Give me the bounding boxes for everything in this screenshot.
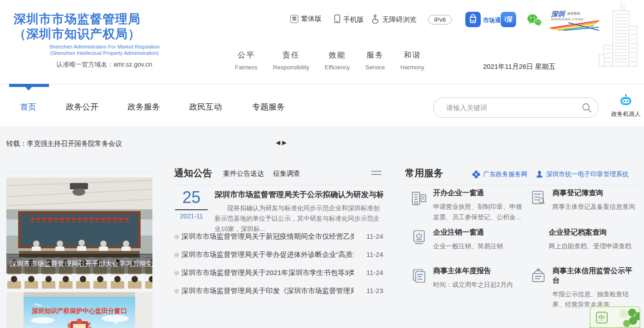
market-app-link[interactable]: 市场通 bbox=[465, 12, 501, 29]
notice-list-item[interactable]: ◎ 深圳市市场监督管理局关于2021年深圳市学生书包等3类产... 11-24 bbox=[174, 264, 383, 282]
sz-logo-zh: 深圳 bbox=[551, 10, 566, 18]
robot-icon bbox=[619, 94, 633, 107]
nav-item-home[interactable]: 首页 bbox=[20, 101, 36, 112]
market-app-icon bbox=[465, 12, 481, 29]
site-title-zh-1: 深圳市市场监督管理局 bbox=[14, 12, 213, 27]
search-icon bbox=[581, 102, 592, 113]
ticker-next-icon[interactable]: ▶ bbox=[282, 139, 288, 146]
value-zh: 和谐 bbox=[400, 50, 424, 60]
site-logo[interactable]: 深圳市市场监督管理局 （深圳市知识产权局） Shenzhen Administr… bbox=[14, 12, 213, 69]
service-title: 企业注销一窗通 bbox=[433, 228, 503, 237]
services-divider bbox=[405, 185, 637, 185]
featured-title: 深圳市市场监督管理局关于公示拟确认为研发与标... bbox=[215, 189, 383, 200]
carousel-divider bbox=[6, 171, 152, 172]
traditional-chinese-link[interactable]: 繁 繁体版 bbox=[290, 14, 322, 23]
mobile-version-link[interactable]: 手机版 bbox=[334, 14, 364, 25]
news-carousel: 深圳市市场监督管理局召开干部大会学习贯彻党的十... bbox=[6, 177, 152, 328]
main-navbar: 首页 政务公开 政务服务 政民互动 专题服务 政务机器人 bbox=[0, 84, 644, 126]
tab-case-announcements[interactable]: 案件公告送达 bbox=[223, 169, 264, 178]
notices-title: 通知公告 bbox=[174, 167, 212, 179]
search-box bbox=[433, 97, 599, 118]
signboard-icon bbox=[530, 267, 547, 286]
power-book-icon bbox=[410, 229, 428, 248]
notice-title: 深圳市市场监督管理局关于印发《深圳市市场监督管理局商... bbox=[181, 282, 354, 300]
service-desc: 商事主体登记及备案信息查询 bbox=[552, 202, 635, 212]
traditional-chinese-label: 繁体版 bbox=[301, 14, 322, 23]
guangdong-gov-portal-link[interactable]: 广东政务服务网 bbox=[472, 170, 527, 178]
service-desc: 企业一般注销、简易注销 bbox=[433, 241, 503, 251]
service-title: 商事主体信用监管公示平台 bbox=[552, 266, 637, 285]
value-efficiency: 效能 Efficiency bbox=[325, 50, 350, 71]
featured-date: 25 2021-11 bbox=[175, 188, 208, 220]
notices-more-button[interactable] bbox=[371, 169, 381, 177]
accessibility-link[interactable]: 无障碍浏览 bbox=[371, 14, 416, 25]
ticker-controls: ◀▶ bbox=[276, 139, 288, 146]
page: 深圳市市场监督管理局 （深圳市知识产权局） Shenzhen Administr… bbox=[0, 0, 644, 328]
wechat-icon[interactable] bbox=[526, 14, 542, 27]
widget-zhong-label: 中 bbox=[596, 312, 608, 323]
floating-widget[interactable]: 中 bbox=[590, 306, 640, 328]
notice-title: 深圳市市场监督管理局关于2021年深圳市学生书包等3类产... bbox=[181, 264, 354, 282]
ipv6-badge[interactable]: IPv6 bbox=[428, 15, 452, 24]
nav-item-services[interactable]: 政务服务 bbox=[127, 101, 160, 112]
traditional-chinese-icon: 繁 bbox=[290, 15, 298, 23]
notice-title: 深圳市市场监督管理局关于新冠疫情期间全市仅经营乙类非... bbox=[181, 227, 354, 246]
eseal-system-link[interactable]: 深圳市统一电子印章管理系统 bbox=[536, 170, 629, 178]
notice-title: 深圳市市场监督管理局关于举办促进体外诊断企业“高质量... bbox=[181, 246, 354, 264]
shenzhen-china-logo[interactable]: 深圳 政府在线 SHENZHEN CHINA bbox=[550, 9, 599, 31]
featured-notice[interactable]: 25 2021-11 深圳市市场监督管理局关于公示拟确认为研发与标... 现将拟… bbox=[174, 188, 383, 227]
sz-logo-en: SHENZHEN CHINA bbox=[551, 18, 584, 21]
active-tab-indicator-arrow bbox=[25, 87, 32, 91]
accessibility-icon bbox=[371, 14, 380, 25]
carousel-caption: 深圳市市场监督管理局召开干部大会学习贯彻党的十... bbox=[6, 254, 152, 274]
nav-item-interaction[interactable]: 政民互动 bbox=[189, 101, 222, 112]
notice-list-item[interactable]: ◎ 深圳市市场监督管理局关于新冠疫情期间全市仅经营乙类非... 11-24 bbox=[174, 227, 383, 246]
accessibility-label: 无障碍浏览 bbox=[382, 15, 416, 24]
tab-surveys[interactable]: 征集调查 bbox=[273, 169, 300, 178]
site-title-zh-2: （深圳市知识产权局） bbox=[14, 27, 213, 42]
value-service: 服务 Service bbox=[365, 50, 385, 71]
nav-item-special[interactable]: 专题服务 bbox=[252, 101, 285, 112]
clover-leaves-icon bbox=[610, 307, 640, 328]
service-title: 商事登记簿查询 bbox=[552, 188, 635, 198]
bullet-icon: ◎ bbox=[174, 264, 179, 282]
value-zh: 公平 bbox=[235, 50, 258, 60]
gov-robot-button[interactable]: 政务机器人 bbox=[609, 94, 643, 118]
notice-date: 11-23 bbox=[366, 282, 383, 300]
values-banner: 公平 Fairness 责任 Responsibility 效能 Efficie… bbox=[235, 50, 424, 71]
site-title-en-1: Shenzhen Administration For Market Regul… bbox=[14, 43, 195, 50]
doc-search-icon bbox=[530, 189, 547, 208]
bullet-icon: ◎ bbox=[174, 227, 179, 246]
current-date: 2021年11月26日 星期五 bbox=[483, 63, 556, 71]
value-zh: 服务 bbox=[365, 50, 385, 60]
service-desc: 时间：成立周年之日起2月内 bbox=[433, 280, 513, 290]
service-title: 商事主体年度报告 bbox=[433, 266, 513, 276]
notice-list-item[interactable]: ◎ 深圳市市场监督管理局关于举办促进体外诊断企业“高质量... 11-24 bbox=[174, 246, 383, 264]
unveiling-banner-line1: 深圳知识产权保护中心盐田分窗口 bbox=[31, 307, 127, 314]
news-ticker-link[interactable]: 转载：李克强主持召开国务院常务会议 bbox=[6, 140, 122, 148]
carousel-slide-meeting[interactable]: 深圳市市场监督管理局召开干部大会学习贯彻党的十... bbox=[6, 178, 152, 289]
search-input[interactable] bbox=[446, 104, 576, 111]
featured-day: 25 bbox=[175, 188, 208, 207]
notice-list-item[interactable]: ◎ 深圳市市场监督管理局关于印发《深圳市市场监督管理局商... 11-23 bbox=[174, 282, 383, 300]
ishenzhen-app-glyph: i深 bbox=[501, 12, 516, 27]
nav-item-public-info[interactable]: 政务公开 bbox=[66, 101, 98, 112]
site-header: 深圳市市场监督管理局 （深圳市知识产权局） Shenzhen Administr… bbox=[0, 0, 644, 84]
ishenzhen-app-icon[interactable]: i深 bbox=[501, 12, 516, 27]
featured-date-line bbox=[175, 209, 208, 210]
mobile-version-label: 手机版 bbox=[343, 15, 364, 24]
value-zh: 效能 bbox=[325, 50, 350, 60]
carousel-slide-unveiling[interactable]: 深圳知识产权保护中心盐田分窗口 揭牌仪式 bbox=[6, 292, 152, 328]
value-zh: 责任 bbox=[273, 50, 309, 60]
services-panel: 常用服务 广东政务服务网 深圳市统一电子印章管理系统 bbox=[405, 163, 637, 299]
building-sketch bbox=[596, 0, 644, 74]
bullet-icon: ◎ bbox=[174, 282, 179, 300]
notice-date: 11-24 bbox=[366, 264, 383, 282]
ticker-prev-icon[interactable]: ◀ bbox=[276, 139, 282, 146]
guangdong-gov-portal-label: 广东政务服务网 bbox=[483, 170, 527, 178]
eseal-system-label: 深圳市统一电子印章管理系统 bbox=[546, 170, 629, 178]
value-fairness: 公平 Fairness bbox=[235, 50, 258, 71]
content-area: 转载：李克强主持召开国务院常务会议 ◀▶ bbox=[0, 126, 644, 328]
search-button[interactable] bbox=[576, 102, 598, 113]
notice-list: ◎ 深圳市市场监督管理局关于新冠疫情期间全市仅经营乙类非... 11-24 ◎ … bbox=[174, 227, 383, 300]
